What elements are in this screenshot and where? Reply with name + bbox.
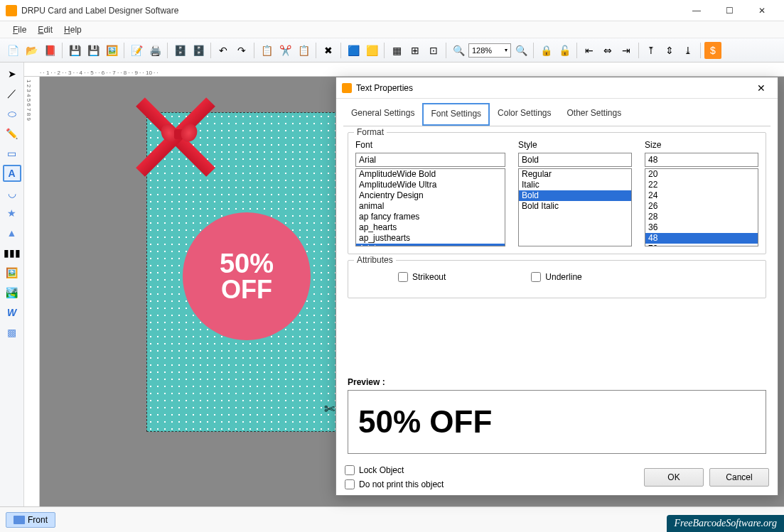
lock-icon[interactable]: 🔒 [537, 42, 554, 59]
undo-icon[interactable]: ↶ [215, 42, 232, 59]
price-icon[interactable]: $ [704, 42, 721, 59]
discount-circle[interactable]: 50% OFF [183, 212, 311, 340]
menu-file[interactable]: File [7, 25, 32, 35]
tab-general-settings[interactable]: General Settings [343, 103, 422, 126]
fit-icon[interactable]: ⊡ [425, 42, 442, 59]
close-file-icon[interactable]: 📕 [41, 42, 58, 59]
list-option[interactable]: Ancientry Design [356, 190, 505, 201]
unlock-icon[interactable]: 🔓 [556, 42, 573, 59]
grid-icon[interactable]: ▦ [388, 42, 405, 59]
list-option[interactable]: 28 [645, 212, 758, 222]
do-not-print-checkbox[interactable]: Do not print this object [345, 479, 444, 489]
save-as-icon[interactable]: 💾 [85, 42, 102, 59]
export-image-icon[interactable]: 🖼️ [103, 42, 120, 59]
lock-object-checkbox[interactable]: Lock Object [345, 465, 444, 475]
database-icon[interactable]: 🗄️ [171, 42, 188, 59]
wordart-tool-icon[interactable]: W [3, 304, 21, 321]
underline-checkbox[interactable]: Underline [531, 272, 581, 282]
list-option[interactable]: 48 [645, 233, 758, 244]
pattern-tool-icon[interactable]: ▩ [3, 324, 21, 341]
align-bottom-icon[interactable]: ⤓ [680, 42, 697, 59]
maximize-button[interactable]: ☐ [713, 0, 746, 21]
align-right-icon[interactable]: ⇥ [618, 42, 635, 59]
pencil-tool-icon[interactable]: ✏️ [3, 125, 21, 142]
dialog-close-button[interactable]: ✕ [751, 78, 772, 98]
barcode-tool-icon[interactable]: ▮▮▮ [3, 244, 21, 261]
save-icon[interactable]: 💾 [66, 42, 83, 59]
page-icon [14, 516, 25, 524]
open-icon[interactable]: 📂 [23, 42, 40, 59]
list-option[interactable]: 20 [645, 169, 758, 180]
zoom-in-icon[interactable]: 🔍 [450, 42, 467, 59]
list-option[interactable]: 22 [645, 180, 758, 190]
wizard-icon[interactable]: 📝 [128, 42, 145, 59]
list-option[interactable]: Arial [356, 244, 505, 246]
redo-icon[interactable]: ↷ [233, 42, 250, 59]
size-listbox[interactable]: 2022242628364872 [645, 168, 758, 246]
align-center-h-icon[interactable]: ⇔ [599, 42, 616, 59]
list-option[interactable]: 36 [645, 222, 758, 233]
ruler-horizontal: · · 1 · · 2 · · 3 · · 4 · · 5 · · 6 · · … [24, 63, 784, 77]
align-middle-icon[interactable]: ⇕ [661, 42, 678, 59]
image2-tool-icon[interactable]: 🏞️ [3, 284, 21, 301]
line-tool-icon[interactable]: ／ [3, 85, 21, 102]
menu-edit[interactable]: Edit [32, 25, 58, 35]
list-option[interactable]: 24 [645, 190, 758, 201]
ok-button[interactable]: OK [644, 468, 704, 487]
triangle-tool-icon[interactable]: ▲ [3, 224, 21, 241]
snap-icon[interactable]: ⊞ [407, 42, 424, 59]
list-option[interactable]: ap fancy frames [356, 212, 505, 222]
arc-tool-icon[interactable]: ◡ [3, 185, 21, 202]
dialog-titlebar[interactable]: Text Properties ✕ [336, 77, 778, 99]
main-toolbar: 📄 📂 📕 💾 💾 🖼️ 📝 🖨️ 🗄️ 🗄️ ↶ ↷ 📋 ✂️ 📋 ✖ 🟦 🟨… [0, 38, 784, 63]
cut-icon[interactable]: ✂️ [276, 42, 294, 59]
pointer-tool-icon[interactable]: ➤ [3, 65, 21, 82]
tab-font-settings[interactable]: Font Settings [422, 103, 490, 126]
style-listbox[interactable]: RegularItalicBoldBold Italic [518, 168, 632, 246]
list-option[interactable]: Regular [519, 169, 631, 180]
minimize-button[interactable]: — [680, 0, 713, 21]
ellipse-tool-icon[interactable]: ⬭ [3, 105, 21, 122]
tab-other-settings[interactable]: Other Settings [559, 103, 629, 126]
menu-help[interactable]: Help [58, 25, 87, 35]
database2-icon[interactable]: 🗄️ [190, 42, 207, 59]
list-option[interactable]: 72 [645, 244, 758, 246]
print-icon[interactable]: 🖨️ [146, 42, 163, 59]
list-option[interactable]: AmplitudeWide Bold [356, 169, 505, 180]
card-design[interactable]: 50% OFF ✄ [146, 112, 345, 432]
list-option[interactable]: ap_justhearts [356, 233, 505, 244]
send-back-icon[interactable]: 🟨 [363, 42, 380, 59]
rectangle-tool-icon[interactable]: ▭ [3, 145, 21, 162]
close-button[interactable]: ✕ [746, 0, 778, 21]
size-input[interactable] [645, 153, 758, 167]
zoom-level[interactable]: 128% [468, 43, 511, 58]
cancel-button[interactable]: Cancel [709, 468, 769, 487]
delete-icon[interactable]: ✖ [320, 42, 337, 59]
star-tool-icon[interactable]: ★ [3, 205, 21, 222]
tab-color-settings[interactable]: Color Settings [490, 103, 559, 126]
paste-icon[interactable]: 📋 [295, 42, 312, 59]
list-option[interactable]: AmplitudeWide Ultra [356, 180, 505, 190]
font-input[interactable] [355, 153, 505, 167]
align-left-icon[interactable]: ⇤ [581, 42, 598, 59]
new-icon[interactable]: 📄 [4, 42, 21, 59]
zoom-out-icon[interactable]: 🔍 [512, 42, 530, 59]
text-tool-icon[interactable]: A [3, 165, 21, 182]
strikeout-checkbox[interactable]: Strikeout [398, 272, 446, 282]
style-input[interactable] [518, 153, 632, 167]
list-option[interactable]: 26 [645, 201, 758, 212]
font-listbox[interactable]: AmplitudeWide BoldAmplitudeWide UltraAnc… [355, 168, 505, 246]
tab-front[interactable]: Front [6, 512, 55, 528]
copy-icon[interactable]: 📋 [258, 42, 275, 59]
list-option[interactable]: animal [356, 201, 505, 212]
list-option[interactable]: Italic [519, 180, 631, 190]
text-properties-dialog: Text Properties ✕ General Settings Font … [335, 77, 778, 496]
image-tool-icon[interactable]: 🖼️ [3, 264, 21, 281]
list-option[interactable]: ap_hearts [356, 222, 505, 233]
font-settings-panel: Format Font AmplitudeWide BoldAmplitudeW… [343, 126, 770, 460]
preview-box: 50% OFF [348, 390, 766, 454]
bring-front-icon[interactable]: 🟦 [345, 42, 362, 59]
align-top-icon[interactable]: ⤒ [643, 42, 660, 59]
list-option[interactable]: Bold Italic [519, 201, 631, 212]
list-option[interactable]: Bold [519, 190, 631, 201]
